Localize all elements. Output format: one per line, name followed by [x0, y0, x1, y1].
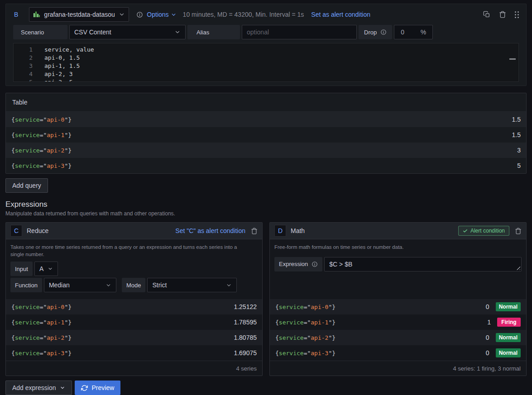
- alias-label: Alias: [187, 25, 240, 39]
- label-value: api-3: [47, 162, 64, 169]
- input-select[interactable]: A: [34, 262, 58, 276]
- query-meta-summary: 10 minutes, MD = 43200, Min. Interval = …: [183, 11, 304, 18]
- series-value: 0: [486, 349, 489, 357]
- series-result-row: {service="api-0"} 1.5: [6, 112, 526, 127]
- reduce-description: Takes one or more time series returned f…: [10, 244, 250, 258]
- scenario-value: CSV Content: [74, 29, 111, 36]
- table-rows: {service="api-0"} 1.5 {service="api-1"} …: [6, 112, 526, 173]
- series-label: {service="api-2"}: [11, 147, 72, 154]
- input-value: A: [39, 265, 43, 272]
- drop-percent-value: 0: [401, 29, 404, 36]
- state-badge: Normal: [496, 333, 521, 342]
- math-expression-value: $C > $B: [329, 261, 352, 268]
- series-value: 1.69075: [234, 349, 257, 357]
- code-line: 4 api-2, 3: [14, 70, 518, 78]
- add-expression-button[interactable]: Add expression: [5, 381, 72, 395]
- label-value: api-0: [47, 116, 64, 123]
- drop-percent-input[interactable]: 0 %: [394, 25, 433, 39]
- info-icon[interactable]: [312, 261, 318, 267]
- query-header: B grafana-testdata-datasou: [13, 7, 519, 22]
- math-description: Free-form math formulas on time series o…: [274, 244, 514, 251]
- code-line: 2 api-0, 1.5: [14, 54, 518, 62]
- series-value: 1.5: [512, 116, 521, 123]
- alias-input[interactable]: [242, 25, 357, 39]
- reduce-card-header: C Reduce Set "C" as alert condition: [6, 223, 262, 239]
- set-c-alert-condition-link[interactable]: Set "C" as alert condition: [175, 227, 245, 234]
- add-expression-label: Add expression: [12, 384, 56, 391]
- line-number: 5: [14, 78, 33, 82]
- delete-query-button[interactable]: [499, 11, 506, 18]
- line-number: 3: [14, 62, 33, 70]
- scenario-label: Scenario: [13, 25, 67, 39]
- label-name: service: [15, 334, 40, 341]
- expression-ref-id-badge[interactable]: C: [10, 225, 22, 237]
- math-result-rows: {service="api-0"} 0 Normal {service="api…: [270, 299, 526, 361]
- label-name: service: [15, 162, 40, 169]
- series-result-row: {service="api-1"} 1 Firing: [270, 314, 526, 330]
- label-value: api-3: [311, 350, 328, 357]
- label-value: api-2: [47, 147, 64, 154]
- series-result-row: {service="api-2"} 0 Normal: [270, 330, 526, 345]
- series-value: 1.5: [512, 131, 521, 138]
- scenario-select[interactable]: CSV Content: [69, 25, 186, 39]
- refresh-icon: [81, 385, 88, 391]
- datasource-picker[interactable]: grafana-testdata-datasou: [29, 7, 129, 22]
- chevron-down-icon: [119, 11, 125, 18]
- state-badge: Firing: [497, 318, 521, 327]
- label-value: api-1: [311, 319, 328, 326]
- math-footer: 4 series: 1 firing, 3 normal: [270, 361, 526, 376]
- duplicate-query-button[interactable]: [483, 11, 490, 18]
- label-value: api-0: [47, 304, 64, 310]
- function-value: Median: [49, 281, 70, 289]
- options-toggle[interactable]: Options: [147, 11, 176, 18]
- label-name: service: [15, 319, 40, 326]
- function-select[interactable]: Median: [44, 278, 116, 292]
- csv-content-code-editor[interactable]: 1 service, value 2 api-0, 1.5 3 api-1, 1…: [13, 43, 519, 82]
- line-text: api-0, 1.5: [44, 54, 80, 62]
- info-icon[interactable]: [380, 29, 387, 35]
- label-name: service: [279, 334, 304, 341]
- delete-expression-button[interactable]: [251, 228, 258, 234]
- math-card-header: D Math Alert condition: [270, 223, 526, 239]
- series-value: 1.80785: [234, 334, 257, 341]
- delete-expression-button[interactable]: [515, 228, 522, 234]
- series-label: {service="api-3"}: [11, 162, 72, 169]
- drag-handle-icon[interactable]: [515, 11, 519, 18]
- label-name: service: [15, 304, 40, 310]
- editor-scrollbar-thumb[interactable]: [509, 58, 516, 60]
- series-value: 1.78595: [234, 319, 257, 326]
- check-icon: [463, 228, 468, 233]
- info-icon[interactable]: [136, 11, 143, 18]
- expression-label: Expression: [274, 257, 322, 271]
- preview-button[interactable]: Preview: [75, 381, 121, 395]
- math-header-actions: Alert condition: [458, 226, 522, 236]
- expression-ref-id-badge[interactable]: D: [274, 225, 286, 237]
- series-result-row: {service="api-1"} 1.5: [6, 127, 526, 143]
- options-label: Options: [147, 11, 168, 18]
- reduce-input-row: Input A: [10, 262, 258, 276]
- set-alert-condition-link[interactable]: Set as alert condition: [311, 11, 370, 18]
- series-value: 1: [487, 319, 491, 326]
- label-value: api-0: [311, 304, 328, 310]
- preview-label: Preview: [92, 384, 115, 391]
- line-text: api-1, 1.5: [44, 62, 80, 70]
- series-result-row: {service="api-0"} 0 Normal: [270, 299, 526, 314]
- series-label: {service="api-2"}: [11, 334, 72, 341]
- resize-handle[interactable]: [516, 266, 520, 270]
- label-value: api-2: [47, 334, 64, 341]
- alert-condition-badge: Alert condition: [458, 226, 509, 236]
- series-label: {service="api-1"}: [11, 319, 72, 326]
- math-card-title: Math: [291, 227, 305, 234]
- label-name: service: [279, 319, 304, 326]
- drop-label: Drop: [359, 25, 392, 39]
- math-expression-input[interactable]: $C > $B: [324, 257, 522, 271]
- chevron-down-icon: [226, 282, 232, 288]
- series-label: {service="api-3"}: [275, 350, 335, 357]
- label-name: service: [279, 304, 304, 310]
- expression-card-reduce: C Reduce Set "C" as alert condition Take…: [5, 222, 263, 376]
- series-label: {service="api-2"}: [275, 334, 335, 341]
- add-query-button[interactable]: Add query: [5, 178, 48, 193]
- series-result-row: {service="api-2"} 1.80785: [6, 330, 262, 345]
- series-label: {service="api-3"}: [11, 350, 72, 357]
- mode-select[interactable]: Strict: [147, 278, 237, 292]
